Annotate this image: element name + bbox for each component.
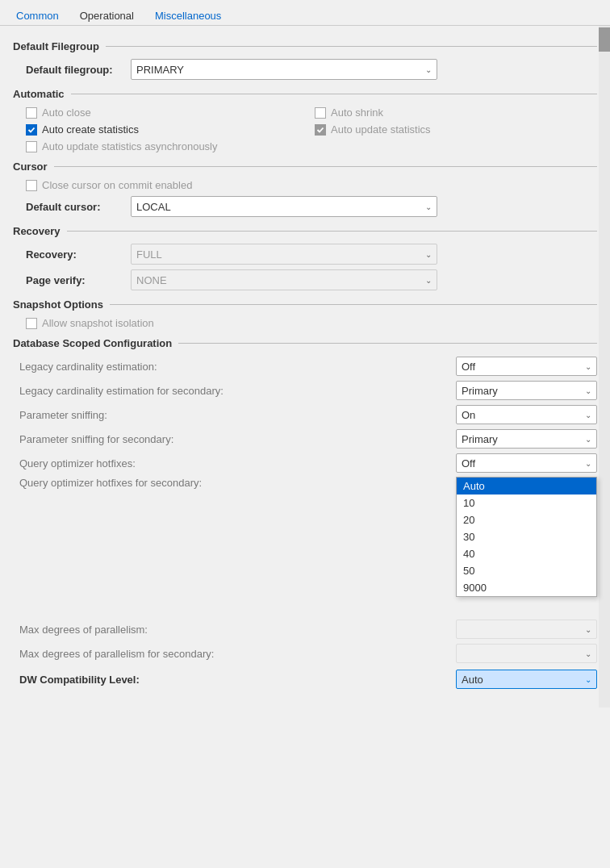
dropdown-item-20[interactable]: 20 [457, 511, 596, 528]
section-header-default-filegroup: Default Filegroup [13, 40, 597, 52]
section-divider-default-filegroup [106, 46, 597, 47]
chevron-down-icon: ⌄ [425, 276, 432, 285]
dropdown-item-50[interactable]: 50 [457, 562, 596, 579]
section-divider-db-scoped-config [178, 343, 597, 344]
checkbox-item-auto-shrink: Auto shrink [315, 106, 597, 119]
checkbox-item-auto-close: Auto close [26, 106, 308, 119]
main-content: Default Filegroup Default filegroup: PRI… [0, 26, 610, 707]
checkbox-row-snapshot: Allow snapshot isolation [13, 317, 597, 329]
scrollbar[interactable] [599, 26, 610, 707]
config-row-qo-hotfixes-secondary: Query optimizer hotfixes for secondary: … [19, 477, 597, 498]
chevron-down-icon: ⌄ [585, 435, 591, 444]
checkmark-gray-icon [316, 126, 324, 134]
section-header-automatic: Automatic [13, 88, 597, 100]
section-header-db-scoped-config: Database Scoped Configuration [13, 337, 597, 349]
section-default-filegroup: Default Filegroup Default filegroup: PRI… [13, 40, 597, 80]
chevron-down-icon: ⌄ [585, 649, 591, 658]
label-page-verify: Page verify: [26, 274, 131, 286]
select-default-cursor[interactable]: LOCAL ⌄ [131, 196, 437, 217]
label-recovery: Recovery: [26, 248, 131, 261]
select-recovery[interactable]: FULL ⌄ [131, 244, 437, 265]
select-dw-compat[interactable]: Auto ⌄ [456, 670, 597, 689]
checkbox-auto-shrink[interactable] [315, 107, 326, 119]
label-param-sniffing: Parameter sniffing: [19, 409, 456, 421]
dropdown-item-9000[interactable]: 9000 [457, 579, 596, 596]
label-cursor-commit: Close cursor on commit enabled [42, 179, 192, 191]
label-auto-close: Auto close [42, 106, 91, 119]
checkbox-auto-update-stats[interactable] [315, 124, 326, 136]
section-title-recovery: Recovery [13, 225, 61, 237]
config-row-max-dop: Max degrees of parallelism: ⌄ [19, 619, 597, 640]
label-snapshot-isolation: Allow snapshot isolation [42, 317, 154, 329]
select-filegroup-value: PRIMARY [136, 64, 184, 76]
select-qo-hotfixes[interactable]: Off ⌄ [456, 453, 597, 473]
dropdown-item-30[interactable]: 30 [457, 528, 596, 545]
value-param-sniffing: On [462, 409, 475, 421]
section-divider-snapshot [110, 304, 597, 305]
label-auto-create-stats: Auto create statistics [42, 123, 139, 136]
checkmark-icon [27, 126, 36, 134]
label-auto-update-async: Auto update statistics asynchronously [42, 140, 218, 152]
checkbox-snapshot-isolation[interactable] [26, 318, 37, 329]
tab-common[interactable]: Common [6, 6, 69, 25]
checkbox-item-auto-update-async: Auto update statistics asynchronously [26, 140, 218, 152]
select-default-filegroup[interactable]: PRIMARY ⌄ [131, 59, 437, 80]
select-legacy-cardinality-secondary[interactable]: Primary ⌄ [456, 381, 597, 400]
section-recovery: Recovery Recovery: FULL ⌄ Page verify: N… [13, 225, 597, 290]
select-param-sniffing-secondary[interactable]: Primary ⌄ [456, 429, 597, 449]
chevron-down-icon: ⌄ [585, 386, 591, 395]
select-cursor-value: LOCAL [136, 201, 171, 213]
field-row-recovery: Recovery: FULL ⌄ [13, 244, 597, 265]
label-dw-compat: DW Compatibility Level: [19, 674, 456, 686]
label-param-sniffing-secondary: Parameter sniffing for secondary: [19, 433, 456, 445]
label-qo-hotfixes: Query optimizer hotfixes: [19, 457, 456, 469]
value-qo-hotfixes: Off [462, 457, 475, 469]
scrollbar-thumb[interactable] [599, 27, 610, 52]
field-row-default-cursor: Default cursor: LOCAL ⌄ [13, 196, 597, 217]
select-max-dop-secondary[interactable]: ⌄ [456, 644, 597, 663]
chevron-down-icon: ⌄ [425, 65, 432, 74]
section-automatic: Automatic Auto close Auto shrink Auto cr… [13, 88, 597, 152]
chevron-down-icon: ⌄ [585, 625, 591, 634]
select-page-verify[interactable]: NONE ⌄ [131, 269, 437, 290]
section-title-snapshot: Snapshot Options [13, 298, 103, 311]
label-qo-hotfixes-secondary: Query optimizer hotfixes for secondary: [19, 477, 456, 489]
select-pageverify-value: NONE [136, 274, 167, 286]
label-legacy-cardinality-secondary: Legacy cardinality estimation for second… [19, 385, 456, 397]
dropdown-item-10[interactable]: 10 [457, 495, 596, 511]
section-header-cursor: Cursor [13, 161, 597, 173]
checkbox-cursor-commit[interactable] [26, 180, 37, 191]
checkbox-row-auto-2: Auto create statistics Auto update stati… [13, 123, 597, 136]
checkbox-item-snapshot-isolation: Allow snapshot isolation [26, 317, 154, 329]
config-row-max-dop-secondary: Max degrees of parallelism for secondary… [19, 643, 597, 664]
dropdown-item-auto[interactable]: Auto [457, 478, 596, 495]
select-recovery-value: FULL [136, 248, 162, 261]
checkbox-item-cursor-commit: Close cursor on commit enabled [26, 179, 192, 191]
select-legacy-cardinality[interactable]: Off ⌄ [456, 357, 597, 376]
select-param-sniffing[interactable]: On ⌄ [456, 405, 597, 424]
section-title-default-filegroup: Default Filegroup [13, 40, 99, 52]
label-max-dop: Max degrees of parallelism: [19, 624, 456, 636]
tab-operational[interactable]: Operational [70, 6, 144, 25]
checkbox-row-auto-1: Auto close Auto shrink [13, 106, 597, 119]
value-legacy-cardinality: Off [462, 361, 475, 373]
tab-bar: Common Operational Miscellaneous [0, 0, 610, 26]
chevron-down-icon: ⌄ [425, 202, 432, 211]
checkbox-item-auto-update-stats: Auto update statistics [315, 123, 597, 136]
label-max-dop-secondary: Max degrees of parallelism for secondary… [19, 648, 456, 660]
config-rows-container: Legacy cardinality estimation: Off ⌄ Leg… [13, 356, 597, 690]
section-db-scoped-config: Database Scoped Configuration Legacy car… [13, 337, 597, 690]
section-title-automatic: Automatic [13, 88, 65, 100]
checkbox-auto-create-stats[interactable] [26, 124, 37, 136]
checkbox-auto-close[interactable] [26, 107, 37, 119]
chevron-down-icon: ⌄ [425, 250, 432, 259]
label-auto-update-stats: Auto update statistics [331, 123, 431, 136]
label-legacy-cardinality: Legacy cardinality estimation: [19, 361, 456, 373]
checkbox-auto-update-async[interactable] [26, 141, 37, 152]
field-row-filegroup: Default filegroup: PRIMARY ⌄ [13, 59, 597, 80]
tab-miscellaneous[interactable]: Miscellaneous [145, 6, 231, 25]
chevron-down-icon: ⌄ [585, 411, 591, 419]
dropdown-item-40[interactable]: 40 [457, 545, 596, 562]
select-max-dop[interactable]: ⌄ [456, 620, 597, 639]
section-divider-cursor [54, 166, 597, 167]
